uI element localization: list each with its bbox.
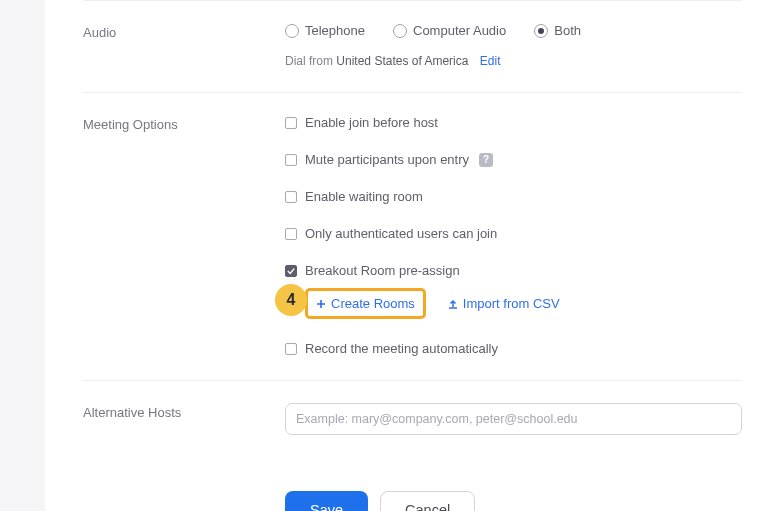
- section-alternative-hosts: Alternative Hosts: [83, 381, 742, 459]
- checkbox-icon: [285, 117, 297, 129]
- radio-both[interactable]: Both: [534, 23, 581, 38]
- checkbox-icon: [285, 228, 297, 240]
- section-label-althosts: Alternative Hosts: [83, 403, 285, 435]
- dial-from-prefix: Dial from: [285, 54, 333, 68]
- section-label-meeting: Meeting Options: [83, 115, 285, 356]
- cancel-button[interactable]: Cancel: [380, 491, 475, 511]
- section-meeting-options: Meeting Options Enable join before host …: [83, 93, 742, 381]
- option-label: Enable join before host: [305, 115, 438, 130]
- radio-icon: [393, 24, 407, 38]
- left-nav-stub: [0, 0, 45, 511]
- dial-edit-link[interactable]: Edit: [480, 54, 501, 68]
- option-mute-on-entry[interactable]: Mute participants upon entry ?: [285, 152, 742, 167]
- radio-telephone[interactable]: Telephone: [285, 23, 365, 38]
- radio-icon: [285, 24, 299, 38]
- section-label-audio: Audio: [83, 23, 285, 68]
- option-label: Only authenticated users can join: [305, 226, 497, 241]
- import-csv-button[interactable]: Import from CSV: [440, 291, 568, 316]
- section-audio: Audio Telephone Computer Audio Both Dial…: [83, 1, 742, 93]
- option-authenticated-only[interactable]: Only authenticated users can join: [285, 226, 742, 241]
- alternative-hosts-input[interactable]: [285, 403, 742, 435]
- radio-computer-audio[interactable]: Computer Audio: [393, 23, 506, 38]
- option-label: Mute participants upon entry: [305, 152, 469, 167]
- create-rooms-label: Create Rooms: [331, 296, 415, 311]
- upload-icon: [448, 299, 458, 309]
- option-label: Enable waiting room: [305, 189, 423, 204]
- radio-label: Both: [554, 23, 581, 38]
- help-icon[interactable]: ?: [479, 153, 493, 167]
- radio-label: Computer Audio: [413, 23, 506, 38]
- annotation-step-badge: 4: [275, 284, 307, 316]
- radio-label: Telephone: [305, 23, 365, 38]
- checkbox-icon: [285, 265, 297, 277]
- option-join-before-host[interactable]: Enable join before host: [285, 115, 742, 130]
- settings-form: Audio Telephone Computer Audio Both Dial…: [45, 0, 768, 511]
- option-label: Record the meeting automatically: [305, 341, 498, 356]
- dial-from-region: United States of America: [336, 54, 468, 68]
- checkbox-icon: [285, 154, 297, 166]
- form-actions: Save Cancel: [83, 491, 742, 511]
- plus-icon: [316, 299, 326, 309]
- radio-icon: [534, 24, 548, 38]
- option-label: Breakout Room pre-assign: [305, 263, 460, 278]
- import-csv-label: Import from CSV: [463, 296, 560, 311]
- checkbox-icon: [285, 343, 297, 355]
- option-breakout-preassign[interactable]: Breakout Room pre-assign: [285, 263, 742, 278]
- checkbox-icon: [285, 191, 297, 203]
- save-button[interactable]: Save: [285, 491, 368, 511]
- create-rooms-button[interactable]: Create Rooms: [305, 288, 426, 319]
- option-waiting-room[interactable]: Enable waiting room: [285, 189, 742, 204]
- dial-from-line: Dial from United States of America Edit: [285, 54, 742, 68]
- option-record-auto[interactable]: Record the meeting automatically: [285, 341, 742, 356]
